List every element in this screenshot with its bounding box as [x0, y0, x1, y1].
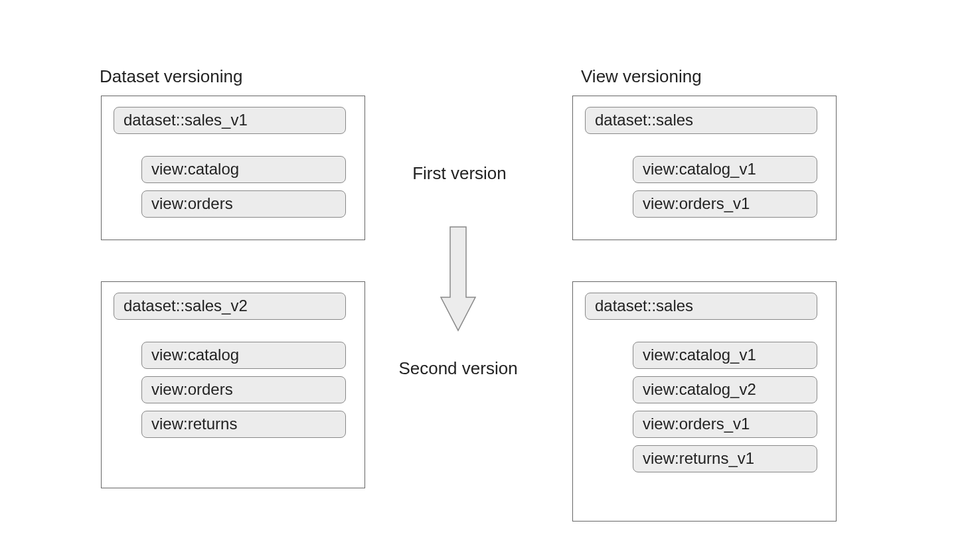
- label-second-version: Second version: [378, 358, 538, 379]
- dataset-pill: dataset::sales: [585, 107, 817, 134]
- view-pill: view:returns_v1: [633, 445, 817, 472]
- view-pill: view:catalog_v1: [633, 342, 817, 369]
- block-right-2: dataset::sales view:catalog_v1 view:cata…: [572, 281, 837, 522]
- view-pill: view:orders: [141, 376, 346, 403]
- block-left-2: dataset::sales_v2 view:catalog view:orde…: [101, 281, 365, 488]
- heading-right: View versioning: [581, 66, 702, 87]
- view-pill: view:orders: [141, 190, 346, 218]
- view-pill: view:catalog: [141, 342, 346, 369]
- heading-left: Dataset versioning: [100, 66, 242, 87]
- view-pill: view:catalog: [141, 156, 346, 183]
- view-pill: view:orders_v1: [633, 411, 817, 438]
- view-pill: view:orders_v1: [633, 190, 817, 218]
- view-pill: view:returns: [141, 411, 346, 438]
- block-left-1: dataset::sales_v1 view:catalog view:orde…: [101, 96, 365, 240]
- block-right-1: dataset::sales view:catalog_v1 view:orde…: [572, 96, 837, 240]
- down-arrow-icon: [438, 224, 478, 340]
- dataset-pill: dataset::sales: [585, 293, 817, 320]
- view-pill: view:catalog_v2: [633, 376, 817, 403]
- view-pill: view:catalog_v1: [633, 156, 817, 183]
- label-first-version: First version: [393, 163, 526, 184]
- dataset-pill: dataset::sales_v2: [114, 293, 346, 320]
- dataset-pill: dataset::sales_v1: [114, 107, 346, 134]
